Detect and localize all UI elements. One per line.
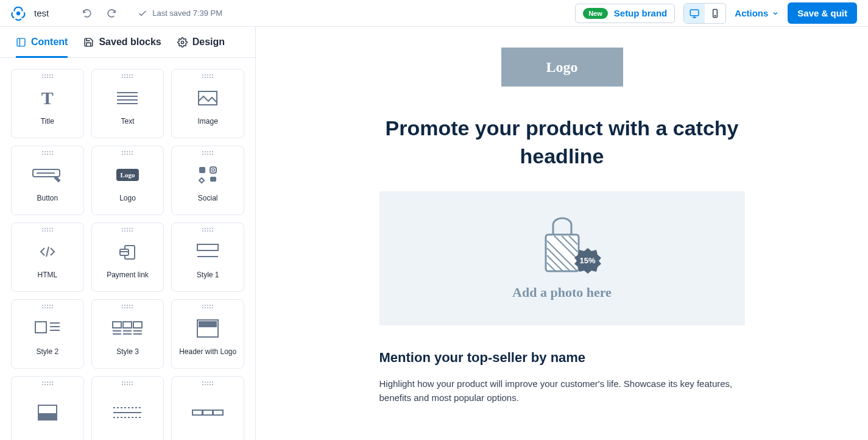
drag-handle-icon	[122, 151, 133, 155]
chevron-down-icon	[772, 10, 779, 17]
new-pill: New	[583, 8, 608, 19]
block-text[interactable]: Text	[91, 69, 164, 138]
text-icon	[116, 85, 139, 111]
tab-content[interactable]: Content	[16, 37, 68, 58]
tab-design[interactable]: Design	[177, 37, 225, 58]
hero1-icon	[37, 400, 58, 425]
svg-rect-13	[199, 167, 205, 173]
layout-sidebar-icon	[16, 37, 26, 48]
svg-rect-16	[210, 177, 216, 182]
drag-handle-icon	[122, 305, 133, 308]
svg-rect-27	[123, 322, 132, 328]
discount-badge: 15%	[574, 247, 602, 275]
hero2-icon	[112, 400, 143, 425]
block-social[interactable]: Social	[171, 146, 244, 215]
block-title[interactable]: T Title	[11, 69, 84, 138]
desktop-view-button[interactable]	[684, 4, 705, 23]
block-logo[interactable]: Logo Logo	[91, 146, 164, 215]
drag-handle-icon	[42, 228, 53, 232]
social-icon	[197, 162, 218, 188]
drag-handle-icon	[202, 381, 213, 385]
last-saved-status: Last saved 7:39 PM	[138, 9, 222, 18]
block-image[interactable]: Image	[171, 69, 244, 138]
gear-icon	[177, 37, 188, 48]
photo-caption: Add a photo here	[512, 285, 612, 300]
svg-point-0	[16, 11, 20, 15]
save-quit-button[interactable]: Save & quit	[788, 2, 857, 24]
drag-handle-icon	[202, 74, 213, 78]
style3-icon	[111, 316, 143, 341]
undo-button[interactable]	[82, 8, 93, 19]
logo-placeholder[interactable]: Logo	[501, 48, 623, 87]
svg-point-3	[715, 15, 716, 16]
drag-handle-icon	[42, 305, 53, 308]
svg-rect-28	[133, 322, 142, 328]
drag-handle-icon	[202, 305, 213, 308]
svg-rect-4	[17, 38, 25, 46]
header-logo-icon	[196, 316, 219, 341]
block-style-3[interactable]: Style 3	[91, 299, 164, 369]
shopping-bag-icon: 15%	[538, 216, 586, 277]
mobile-view-button[interactable]	[705, 4, 725, 23]
style1-icon	[196, 239, 219, 264]
drag-handle-icon	[122, 381, 133, 385]
save-icon	[83, 37, 94, 48]
block-header-with-logo[interactable]: Header with Logo	[171, 299, 244, 369]
svg-rect-43	[203, 410, 213, 415]
block-style-1[interactable]: Style 1	[171, 222, 244, 292]
svg-rect-26	[113, 322, 121, 328]
button-icon	[32, 162, 63, 188]
actions-dropdown[interactable]: Actions	[735, 8, 779, 18]
svg-rect-44	[213, 410, 223, 415]
app-logo	[11, 6, 26, 21]
svg-point-5	[181, 41, 183, 43]
setup-brand-button[interactable]: New Setup brand	[575, 4, 675, 23]
svg-rect-20	[197, 244, 218, 250]
logo-icon: Logo	[116, 162, 139, 188]
sidebar: Content Saved blocks Design	[0, 27, 256, 440]
sidebar-tabs: Content Saved blocks Design	[0, 27, 255, 58]
drag-handle-icon	[122, 228, 133, 232]
redo-button[interactable]	[106, 8, 117, 19]
device-toggle	[683, 3, 726, 24]
block-button[interactable]: Button	[11, 146, 84, 215]
svg-rect-42	[192, 410, 202, 415]
block-hero-1[interactable]	[11, 376, 84, 440]
block-html[interactable]: HTML	[11, 222, 84, 292]
drag-handle-icon	[42, 74, 53, 78]
svg-rect-14	[210, 167, 216, 173]
payment-icon	[118, 239, 137, 264]
title-icon: T	[41, 85, 54, 111]
project-name[interactable]: test	[34, 8, 49, 18]
svg-rect-36	[199, 322, 216, 327]
style2-icon	[34, 316, 61, 341]
topbar: test Last saved 7:39 PM New Setup brand	[0, 0, 868, 27]
drag-handle-icon	[202, 228, 213, 232]
photo-placeholder[interactable]: 15% Add a photo here	[379, 191, 745, 325]
subheadline[interactable]: Mention your top-seller by name	[379, 350, 745, 366]
drag-handle-icon	[202, 151, 213, 155]
image-icon	[197, 85, 218, 111]
svg-rect-38	[38, 414, 57, 420]
headline[interactable]: Promote your product with a catchy headl…	[379, 115, 745, 171]
block-style-2[interactable]: Style 2	[11, 299, 84, 369]
svg-rect-22	[35, 322, 46, 333]
block-payment-link[interactable]: Payment link	[91, 222, 164, 292]
block-hero-2[interactable]	[91, 376, 164, 440]
blocks-grid: T Title Text	[0, 58, 255, 440]
email-body: Logo Promote your product with a catchy …	[379, 48, 745, 419]
canvas[interactable]: Logo Promote your product with a catchy …	[256, 27, 868, 440]
drag-handle-icon	[42, 151, 53, 155]
block-hero-3[interactable]	[171, 376, 244, 440]
svg-point-15	[212, 169, 214, 171]
svg-rect-1	[691, 10, 699, 16]
drag-handle-icon	[122, 74, 133, 78]
drag-handle-icon	[42, 381, 53, 385]
hero3-icon	[191, 400, 224, 425]
tab-saved-blocks[interactable]: Saved blocks	[83, 37, 161, 58]
html-icon	[38, 239, 57, 264]
body-text[interactable]: Highlight how your product will improve …	[379, 377, 745, 405]
